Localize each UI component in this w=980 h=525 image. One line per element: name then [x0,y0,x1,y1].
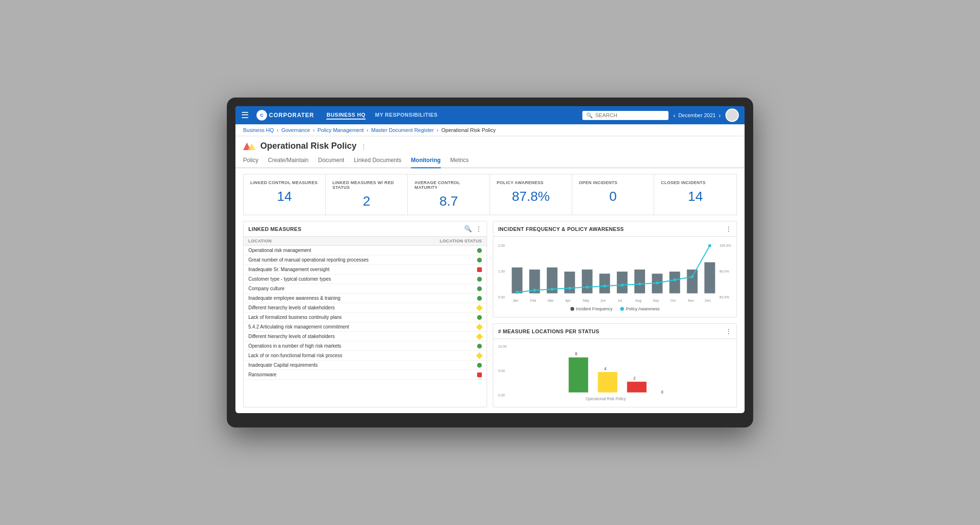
page-menu-icon[interactable]: ⋮ [360,142,367,150]
table-row[interactable]: Inadequate Capital requirements [244,361,487,370]
row-label: Operations in a number of high risk mark… [248,343,477,349]
legend-dot-awareness [620,307,624,311]
table-row[interactable]: Different hierarchy levels of stakeholde… [244,332,487,341]
table-row[interactable]: Customer type - typical customer types [244,274,487,284]
table-row[interactable]: Operational risk management [244,246,487,255]
svg-rect-15 [635,270,645,294]
table-row[interactable]: Inadequate Sr. Management oversight [244,265,487,274]
kpi-card-4: OPEN INCIDENTS 0 [572,175,655,215]
table-row[interactable]: Great number of manual operational repor… [244,255,487,265]
table-row[interactable]: Ransomware [244,370,487,380]
logo-text: CORPORATER [269,112,314,119]
date-nav: ‹ December 2021 › [673,112,721,119]
table-row[interactable]: Different hierarchy levels of stakeholde… [244,303,487,313]
row-label: Inadequate Capital requirements [248,362,477,368]
breadcrumb: Business HQ › Governance › Policy Manage… [235,124,745,136]
linked-measures-rows: Operational risk management Great number… [244,246,487,380]
search-box[interactable]: 🔍 [582,111,668,120]
row-label: Different hierarchy levels of stakeholde… [248,305,477,310]
row-label: Customer type - typical customer types [248,276,477,282]
tab-monitoring[interactable]: Monitoring [411,155,441,168]
svg-point-29 [673,278,676,282]
table-row[interactable]: Inadequate employee awareness & training [244,294,487,303]
incident-chart-more[interactable]: ⋮ [725,225,732,232]
page-header: Operational Risk Policy ⋮ [235,136,745,151]
locations-chart-title: # MEASURE LOCATIONS PER STATUS [498,328,599,334]
status-dot [477,363,482,368]
kpi-value-5: 14 [661,189,730,204]
kpi-label-3: POLICY AWARENESS [497,180,565,185]
row-label: Ransomware [248,372,477,377]
row-label: Operational risk management [248,248,477,253]
tab-create-maintain[interactable]: Create/Maintain [268,155,309,168]
kpi-card-1: LINKED MEASURES W/ RED STATUS 2 [326,175,408,215]
svg-point-25 [603,284,606,288]
laptop-frame: ☰ C CORPORATER BUSINESS HQ MY RESPONSIBI… [227,98,753,427]
svg-point-26 [621,284,624,287]
table-row[interactable]: Company culture [244,284,487,294]
table-row[interactable]: Lack of formalized business continuity p… [244,313,487,322]
bc-business-hq[interactable]: Business HQ [243,127,274,133]
table-row[interactable]: Operations in a number of high risk mark… [244,341,487,351]
bc-policy-management[interactable]: Policy Management [317,127,364,133]
bc-master-doc[interactable]: Master Document Register [371,127,434,133]
svg-text:8: 8 [575,352,578,356]
svg-text:100.0%: 100.0% [720,243,732,248]
tab-metrics[interactable]: Metrics [450,155,469,168]
svg-text:0: 0 [661,390,664,394]
more-options-button[interactable]: ⋮ [476,225,482,232]
locations-chart-area: 10.00 5.00 0.00 8 4 2 [493,339,736,407]
svg-rect-14 [617,272,627,294]
row-label: Lack of formalized business continuity p… [248,315,477,320]
locations-chart-more[interactable]: ⋮ [725,328,732,335]
avatar[interactable] [725,109,739,122]
row-label: Inadequate employee awareness & training [248,295,477,301]
search-panel-button[interactable]: 🔍 [464,225,472,232]
locations-svg: 10.00 5.00 0.00 8 4 2 [498,343,732,401]
svg-point-21 [533,289,536,292]
table-row[interactable]: Lack of or non-functional formal risk pr… [244,351,487,361]
kpi-value-4: 0 [579,189,647,204]
svg-rect-12 [582,270,592,294]
tab-document[interactable]: Document [318,155,345,168]
table-row[interactable]: 5.4.2 Articulating risk management commi… [244,322,487,332]
nav-right: 🔍 ‹ December 2021 › [582,109,739,122]
date-label: December 2021 [678,112,715,118]
bc-governance[interactable]: Governance [281,127,310,133]
kpi-value-1: 2 [333,194,401,209]
nav-links: BUSINESS HQ MY RESPONSIBILITIES [326,111,437,120]
kpi-label-5: CLOSED INCIDENTS [661,180,730,185]
kpi-card-2: AVERAGE CONTROL MATURITY 8.7 [408,175,490,215]
svg-rect-11 [564,272,575,294]
hamburger-icon[interactable]: ☰ [241,110,249,120]
legend-label-awareness: Policy Awareness [626,306,659,311]
status-dot [477,248,482,253]
date-prev-button[interactable]: ‹ [673,112,675,119]
svg-text:2.00: 2.00 [498,243,505,248]
tab-linked-documents[interactable]: Linked Documents [354,155,401,168]
status-dot [477,315,482,320]
legend-label-incident: Incident Frequency [576,306,613,311]
main-content: LINKED MEASURES 🔍 ⋮ LOCATION LOCATION ST… [235,221,745,413]
svg-text:May: May [583,298,590,303]
svg-text:4: 4 [604,367,607,371]
svg-text:0.00: 0.00 [498,295,505,299]
incident-chart-header: INCIDENT FREQUENCY & POLICY AWARENESS ⋮ [493,221,736,237]
kpi-card-3: POLICY AWARENESS 87.8% [490,175,572,215]
svg-text:Mar: Mar [548,298,554,303]
nav-business-hq[interactable]: BUSINESS HQ [326,111,365,120]
date-next-button[interactable]: › [719,112,721,119]
nav-my-responsibilities[interactable]: MY RESPONSIBILITIES [375,111,438,120]
svg-point-31 [708,244,711,247]
chart-legend: Incident Frequency Policy Awareness [498,305,732,313]
svg-rect-52 [627,382,646,392]
incident-chart-title: INCIDENT FREQUENCY & POLICY AWARENESS [498,226,624,232]
screen: ☰ C CORPORATER BUSINESS HQ MY RESPONSIBI… [235,106,745,413]
incident-chart-panel: INCIDENT FREQUENCY & POLICY AWARENESS ⋮ … [493,221,737,317]
svg-text:1.00: 1.00 [498,269,505,273]
svg-point-28 [656,282,658,285]
search-input[interactable] [595,112,665,118]
table-header: LOCATION LOCATION STATUS [244,237,487,246]
tab-policy[interactable]: Policy [243,155,258,168]
svg-text:Jul: Jul [618,298,622,303]
